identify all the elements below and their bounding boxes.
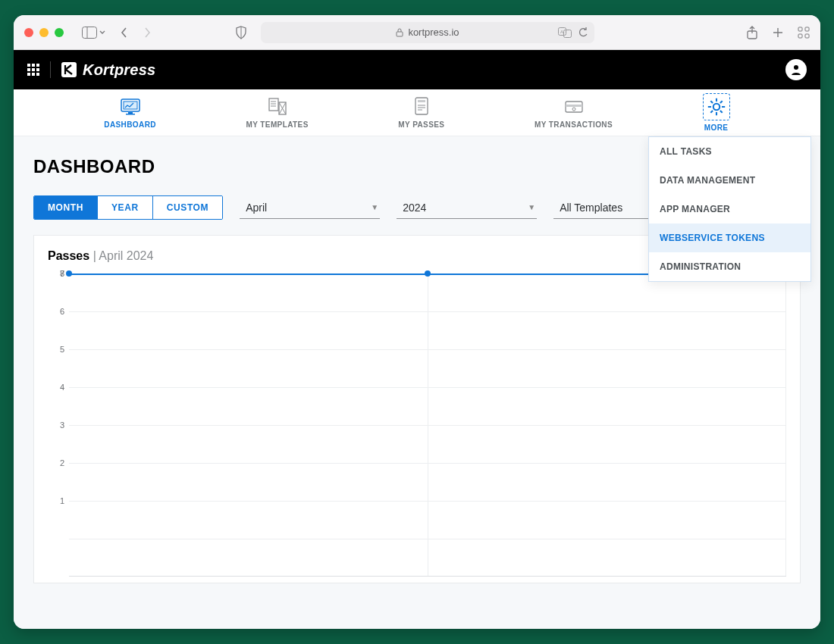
nav-tab-templates[interactable]: MY TEMPLATES xyxy=(246,96,309,129)
year-select[interactable]: 2024 ▼ xyxy=(397,197,537,219)
tab-overview-icon[interactable] xyxy=(798,26,810,39)
chart: 87654321 xyxy=(48,274,786,577)
svg-rect-12 xyxy=(61,62,77,77)
svg-rect-18 xyxy=(269,98,278,111)
svg-point-30 xyxy=(572,108,575,111)
period-segment: MONTH YEAR CUSTOM xyxy=(33,195,223,220)
nav-label: MY PASSES xyxy=(398,120,444,129)
app-header: Kortpress xyxy=(14,50,820,89)
chart-plot-area xyxy=(69,274,786,577)
page-title: DASHBOARD xyxy=(33,156,155,177)
nav-label: MORE xyxy=(704,123,729,132)
chart-y-tick: 5 xyxy=(48,345,64,383)
chart-grid-line xyxy=(69,539,786,539)
panel-title-main: Passes xyxy=(48,249,89,262)
nav-label: MY TRANSACTIONS xyxy=(535,120,613,129)
user-icon xyxy=(789,63,803,77)
reload-icon[interactable] xyxy=(578,27,588,38)
address-bar[interactable]: kortpress.io A xyxy=(261,22,594,43)
chart-grid-line xyxy=(69,387,786,388)
chart-data-point xyxy=(425,270,431,277)
brand-logo-icon xyxy=(61,62,77,77)
dropdown-item-administration[interactable]: ADMINISTRATION xyxy=(649,252,810,281)
month-select-value: April xyxy=(246,202,267,214)
svg-rect-11 xyxy=(805,34,809,38)
window-controls xyxy=(24,28,64,37)
svg-rect-10 xyxy=(798,34,802,38)
chart-grid-line xyxy=(69,311,786,312)
more-dropdown: ALL TASKS DATA MANAGEMENT APP MANAGER WE… xyxy=(648,136,811,282)
dropdown-item-app-manager[interactable]: APP MANAGER xyxy=(649,195,810,224)
lock-icon xyxy=(396,28,403,37)
passes-icon xyxy=(411,96,432,117)
svg-rect-29 xyxy=(566,105,582,107)
chart-y-tick: 2 xyxy=(48,459,64,497)
nav-label: MY TEMPLATES xyxy=(246,120,309,129)
svg-rect-5 xyxy=(564,30,572,37)
nav-tab-dashboard[interactable]: DASHBOARD xyxy=(104,96,156,129)
svg-point-31 xyxy=(713,104,719,110)
dashboard-icon xyxy=(120,96,141,117)
dropdown-item-all-tasks[interactable]: ALL TASKS xyxy=(649,137,810,166)
chart-y-tick: 6 xyxy=(48,308,64,345)
nav-tab-more[interactable]: MORE xyxy=(703,93,730,132)
url-text: kortpress.io xyxy=(408,27,459,38)
segment-month[interactable]: MONTH xyxy=(34,196,97,219)
nav-tab-passes[interactable]: MY PASSES xyxy=(398,96,444,129)
translate-icon[interactable]: A xyxy=(558,27,572,38)
chart-y-tick: 7 xyxy=(48,270,64,308)
nav-label: DASHBOARD xyxy=(104,120,156,129)
share-icon[interactable] xyxy=(746,26,758,39)
svg-rect-16 xyxy=(128,112,133,114)
account-avatar[interactable] xyxy=(785,59,807,80)
svg-rect-15 xyxy=(124,102,137,109)
browser-toolbar: kortpress.io A xyxy=(14,15,820,50)
chart-y-tick: 3 xyxy=(48,421,64,459)
segment-custom[interactable]: CUSTOM xyxy=(152,196,222,219)
svg-rect-3 xyxy=(397,32,403,36)
chart-y-axis: 87654321 xyxy=(48,274,64,577)
nav-tab-transactions[interactable]: MY TRANSACTIONS xyxy=(535,96,613,129)
template-select-value: All Templates xyxy=(560,202,622,214)
main-nav: DASHBOARD MY TEMPLATES MY PASSES MY TRAN… xyxy=(14,89,820,136)
svg-rect-24 xyxy=(418,100,425,102)
dropdown-item-webservice-tokens[interactable]: WEBSERVICE TOKENS xyxy=(649,224,810,252)
dropdown-item-data-management[interactable]: DATA MANAGEMENT xyxy=(649,166,810,195)
chart-grid-line xyxy=(69,501,786,502)
month-select[interactable]: April ▼ xyxy=(240,197,380,219)
chart-grid-line xyxy=(69,349,786,350)
svg-rect-0 xyxy=(83,27,97,38)
app-launcher-icon[interactable] xyxy=(27,64,39,76)
new-tab-icon[interactable] xyxy=(772,26,784,39)
templates-icon xyxy=(267,96,288,117)
back-button[interactable] xyxy=(120,27,129,39)
divider xyxy=(50,61,51,78)
transactions-icon xyxy=(563,96,585,117)
close-window-icon[interactable] xyxy=(24,28,33,37)
chart-y-tick: 1 xyxy=(48,497,64,535)
chevron-down-icon xyxy=(99,29,106,36)
minimize-window-icon[interactable] xyxy=(39,28,49,37)
forward-button[interactable] xyxy=(143,27,152,39)
chart-grid-line xyxy=(69,425,786,426)
sidebar-toggle-button[interactable] xyxy=(82,27,106,39)
caret-down-icon: ▼ xyxy=(528,203,535,211)
passes-panel: Passes | April 2024 87654321 xyxy=(33,235,801,583)
svg-rect-8 xyxy=(798,27,802,31)
maximize-window-icon[interactable] xyxy=(55,28,64,37)
caret-down-icon: ▼ xyxy=(371,203,378,211)
chart-grid-line xyxy=(69,463,786,464)
brand-name: Kortpress xyxy=(83,61,155,79)
svg-point-13 xyxy=(794,65,798,70)
chart-data-point xyxy=(66,270,72,277)
svg-rect-17 xyxy=(126,114,135,115)
svg-text:A: A xyxy=(560,30,563,34)
panel-title-sub: April 2024 xyxy=(99,249,153,262)
gear-icon xyxy=(706,96,727,117)
brand[interactable]: Kortpress xyxy=(61,61,155,79)
privacy-shield-icon[interactable] xyxy=(235,26,247,39)
chart-y-tick: 4 xyxy=(48,383,64,421)
year-select-value: 2024 xyxy=(403,202,426,214)
svg-rect-9 xyxy=(805,27,809,31)
segment-year[interactable]: YEAR xyxy=(97,196,152,219)
